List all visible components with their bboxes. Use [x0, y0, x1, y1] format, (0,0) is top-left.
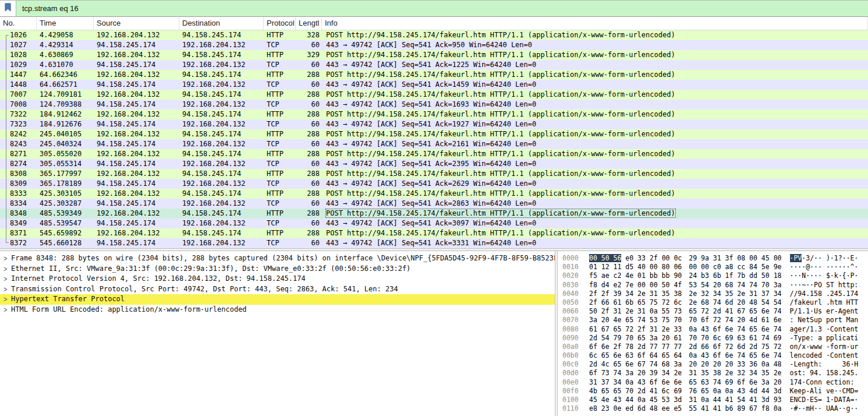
detail-line-0[interactable]: >Frame 8348: 288 bytes on wire (2304 bit… — [0, 253, 555, 264]
cell: 60 — [296, 218, 322, 228]
hex-row-0080[interactable]: 008061 67 65 72 2f 31 2e 330a 43 6f 6e 7… — [558, 325, 868, 334]
hex-row-00f0[interactable]: 00f04b 65 65 70 2d 41 6c 6976 65 0a 0a 4… — [558, 387, 868, 396]
column-header-protocol[interactable]: Protocol — [264, 17, 296, 30]
cell: 192.168.204.132 — [179, 179, 264, 189]
cell: 94.158.245.174 — [179, 149, 264, 159]
cell: 64.662571 — [37, 80, 94, 90]
packet-row-1028[interactable]: 10284.630869192.168.204.13294.158.245.17… — [0, 50, 868, 60]
column-header-info[interactable]: Info — [322, 17, 868, 30]
cell: 94.158.245.174 — [94, 218, 179, 228]
expand-chevron-icon[interactable]: > — [3, 305, 11, 315]
hex-bytes: 20 20 20 20 33 36 0a 48 — [689, 360, 781, 369]
packet-row-8308[interactable]: 8308365.177997192.168.204.13294.158.245.… — [0, 169, 868, 179]
cell: 94.158.245.174 — [179, 169, 264, 179]
packet-row-8349[interactable]: 8349485.53954794.158.245.174192.168.204.… — [0, 218, 868, 228]
hex-row-0090[interactable]: 00902d 54 79 70 65 3a 20 6170 70 6c 69 6… — [558, 334, 868, 343]
cell: TCP — [264, 40, 296, 50]
hex-bytes: 29 9a 31 3f 08 00 45 00 — [689, 254, 781, 263]
expand-chevron-icon[interactable]: > — [3, 294, 11, 305]
column-header-time[interactable]: Time — [37, 17, 94, 30]
packet-row-7007[interactable]: 7007124.709181192.168.204.13294.158.245.… — [0, 90, 868, 100]
column-header-source[interactable]: Source — [94, 17, 179, 30]
packet-row-8309[interactable]: 8309365.17818994.158.245.174192.168.204.… — [0, 179, 868, 189]
cell: 288 — [296, 129, 322, 139]
hex-bytes: 00 50 56 e0 33 2f 00 0c — [589, 254, 682, 263]
hex-bytes: 31 37 34 0a 43 6f 6e 6e — [589, 378, 682, 387]
hex-row-0070[interactable]: 00703a 20 4e 65 74 53 75 7070 6f 72 74 2… — [558, 316, 868, 325]
hex-row-0100[interactable]: 010045 4e 43 44 0a 45 53 3d31 0a 44 41 5… — [558, 396, 868, 404]
expand-chevron-icon[interactable]: > — [3, 284, 11, 295]
expand-chevron-icon[interactable]: > — [3, 264, 11, 274]
packet-row-1027[interactable]: 10274.42931494.158.245.174192.168.204.13… — [0, 40, 868, 50]
detail-line-5[interactable]: >HTML Form URL Encoded: application/x-ww… — [0, 305, 555, 315]
packet-row-8243[interactable]: 8243245.04032494.158.245.174192.168.204.… — [0, 139, 868, 149]
hex-row-00e0[interactable]: 00e031 37 34 0a 43 6f 6e 6e65 63 74 69 6… — [558, 378, 868, 387]
cell: 94.158.245.174 — [179, 30, 264, 40]
cell: 94.158.245.174 — [179, 70, 264, 80]
ascii-bytes: 36·H — [826, 360, 858, 369]
cell: 192.168.204.132 — [179, 159, 264, 169]
ascii-bytes: : NetSup — [790, 316, 822, 325]
packet-row-7322[interactable]: 7322184.912462192.168.204.13294.158.245.… — [0, 110, 868, 119]
hex-row-0060[interactable]: 006050 2f 31 2e 31 0a 55 7365 72 2d 41 6… — [558, 307, 868, 316]
ascii-bytes: /fakeurl — [790, 298, 822, 307]
packet-row-8334[interactable]: 8334425.30328794.158.245.174192.168.204.… — [0, 199, 868, 209]
packet-row-8371[interactable]: 8371545.659892192.168.204.13294.158.245.… — [0, 228, 868, 238]
hex-row-0020[interactable]: 0020f5 ae c2 4e 01 bb bb 9024 b3 6b 1f 7… — [558, 272, 868, 280]
hex-row-00d0[interactable]: 00d06f 73 74 3a 20 39 34 2e31 35 38 2e 3… — [558, 369, 868, 378]
column-header-destination[interactable]: Destination — [179, 17, 264, 30]
packet-row-1448[interactable]: 144864.66257194.158.245.174192.168.204.1… — [0, 80, 868, 90]
hex-row-00c0[interactable]: 00c02d 4c 65 6e 67 74 68 3a20 20 20 20 3… — [558, 360, 868, 369]
cell-info: POST http://94.158.245.174/fakeurl.htm H… — [322, 149, 868, 159]
packet-row-8348[interactable]: 8348485.539349192.168.204.13294.158.245.… — [0, 209, 868, 218]
hex-row-0010[interactable]: 001001 12 11 d5 40 00 80 0600 00 c0 a8 c… — [558, 263, 868, 272]
cell: 245.040324 — [37, 139, 94, 149]
packet-row-8271[interactable]: 8271305.055020192.168.204.13294.158.245.… — [0, 149, 868, 159]
packet-row-8333[interactable]: 8333425.303105192.168.204.13294.158.245.… — [0, 189, 868, 199]
ascii-bytes: -Length: — [790, 360, 822, 369]
detail-line-2[interactable]: >Internet Protocol Version 4, Src: 192.1… — [0, 274, 555, 284]
packet-row-1447[interactable]: 144764.662346192.168.204.13294.158.245.1… — [0, 70, 868, 80]
hex-row-0000[interactable]: 000000 50 56 e0 33 2f 00 0c29 9a 31 3f 0… — [558, 254, 868, 263]
packet-row-8372[interactable]: 8372545.66012894.158.245.174192.168.204.… — [0, 238, 868, 248]
hex-row-00b0[interactable]: 00b06c 65 6e 63 6f 64 65 640a 43 6f 6e 7… — [558, 351, 868, 360]
cell-info: 443 → 49742 [ACK] Seq=541 Ack=2161 Win=6… — [322, 139, 868, 149]
detail-line-1[interactable]: >Ethernet II, Src: VMware_9a:31:3f (00:0… — [0, 264, 555, 274]
cell-info: 443 → 49742 [ACK] Seq=541 Ack=1693 Win=6… — [322, 100, 868, 110]
cell: 94.158.245.174 — [94, 159, 179, 169]
hex-row-00a0[interactable]: 00a06f 6e 2f 78 2d 77 77 772d 66 6f 72 6… — [558, 343, 868, 351]
display-filter-input[interactable]: tcp.stream eq 16 — [16, 1, 868, 16]
column-header-no[interactable]: No. — [0, 17, 37, 30]
hex-bytes: 2f 2f 39 34 2e 31 35 38 — [589, 290, 682, 298]
packet-row-8242[interactable]: 8242245.040105192.168.204.13294.158.245.… — [0, 129, 868, 139]
packet-row-1029[interactable]: 10294.63107094.158.245.174192.168.204.13… — [0, 60, 868, 70]
cell: TCP — [264, 139, 296, 149]
hex-offset: 00a0 — [562, 343, 582, 351]
hex-offset: 00e0 — [562, 378, 582, 387]
ascii-bytes: )·1?··E· — [826, 254, 858, 263]
hex-offset: 0050 — [562, 298, 582, 307]
ascii-bytes: ·#··mH·· — [790, 404, 822, 413]
hex-row-0050[interactable]: 00502f 66 61 6b 65 75 72 6c2e 68 74 6d 2… — [558, 298, 868, 307]
packet-row-7008[interactable]: 7008124.70938894.158.245.174192.168.204.… — [0, 100, 868, 110]
detail-line-4[interactable]: >Hypertext Transfer Protocol — [0, 294, 555, 305]
expand-chevron-icon[interactable]: > — [3, 274, 11, 284]
ascii-bytes: ·PV·3/·· — [790, 254, 822, 263]
packet-row-7323[interactable]: 7323184.91267694.158.245.174192.168.204.… — [0, 119, 868, 129]
packet-row-8274[interactable]: 8274305.05531494.158.245.174192.168.204.… — [0, 159, 868, 169]
hex-row-0030[interactable]: 0030f8 d4 e2 7e 00 00 50 4f53 54 20 68 7… — [558, 281, 868, 290]
cell: HTTP — [264, 228, 296, 238]
filter-bookmark-button[interactable] — [0, 1, 16, 16]
hex-bytes: 01 12 11 d5 40 00 80 06 — [589, 263, 682, 272]
expand-chevron-icon[interactable]: > — [3, 253, 11, 264]
cell: 192.168.204.132 — [179, 199, 264, 209]
cell: 60 — [296, 119, 322, 129]
hex-row-0110[interactable]: 0110e8 23 0e ed 6d 48 ee e555 41 41 b6 8… — [558, 404, 868, 413]
packet-row-1026[interactable]: 10264.429058192.168.204.13294.158.245.17… — [0, 30, 868, 40]
cell: 94.158.245.174 — [94, 238, 179, 248]
detail-line-3[interactable]: >Transmission Control Protocol, Src Port… — [0, 284, 555, 295]
column-header-lengtl[interactable]: Lengtl — [296, 17, 322, 30]
cell: 124.709181 — [37, 90, 94, 100]
cell: 485.539547 — [37, 218, 94, 228]
hex-row-0040[interactable]: 00402f 2f 39 34 2e 31 35 382e 32 34 35 2… — [558, 290, 868, 298]
